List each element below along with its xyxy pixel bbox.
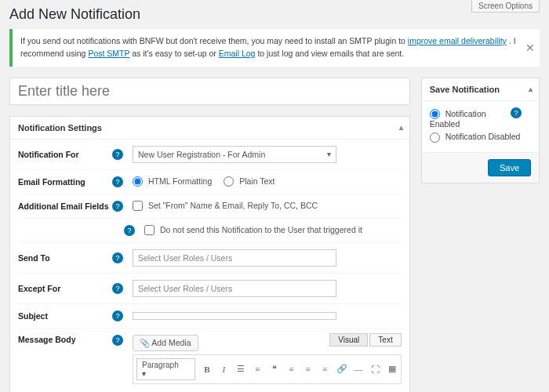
dismiss-icon[interactable]: ✕ [525, 39, 535, 56]
settings-heading-label: Notification Settings [18, 123, 102, 132]
subject-input[interactable] [133, 312, 336, 320]
save-button[interactable]: Save [488, 159, 531, 176]
radio-label: Notification Disabled [445, 132, 521, 141]
help-icon[interactable]: ? [112, 176, 123, 187]
email-log-link[interactable]: Email Log [219, 49, 256, 58]
add-media-button[interactable]: 📎 Add Media [133, 335, 198, 351]
radio-label: Plain Text [239, 176, 274, 186]
chevron-down-icon: ▾ [327, 150, 331, 158]
message-body-label: Message Body [18, 335, 112, 344]
fullscreen-icon[interactable]: ⛶ [367, 361, 384, 378]
help-icon[interactable]: ? [112, 252, 123, 263]
page-title: Add New Notification [9, 6, 540, 23]
paragraph-select[interactable]: Paragraph ▾ [136, 358, 195, 380]
editor-toolbar: Paragraph ▾ B I ☰ ≡ ❝ ≡ ≡ ≡ 🔗 — [133, 354, 402, 384]
additional-label: Additional Email Fields [18, 201, 112, 211]
notification-for-value: New User Registration - For Admin [138, 150, 265, 159]
formatting-label: Email Formatting [18, 177, 112, 187]
add-media-label: Add Media [151, 338, 191, 347]
notification-settings-box: Notification Settings ▴ Notification For… [9, 116, 410, 393]
notice-text: If you send out notifications with BNFW … [20, 36, 408, 45]
settings-heading: Notification Settings ▴ [10, 117, 409, 140]
radio-label: HTML Formatting [148, 176, 212, 186]
notice-text: to just log and view emails that are sen… [257, 49, 404, 58]
send-to-input[interactable]: Select User Roles / Users [133, 249, 336, 267]
kitchen-sink-icon[interactable]: ▦ [384, 361, 400, 378]
send-to-label: Send To [18, 253, 112, 263]
align-right-icon[interactable]: ≡ [316, 361, 333, 378]
help-icon[interactable]: ? [511, 107, 522, 118]
notice-text: as it's easy to set-up or [132, 49, 219, 58]
format-plain-radio[interactable]: Plain Text [224, 176, 274, 186]
save-notification-box: Save Notification ▴ ? Notification Enabl… [421, 78, 540, 183]
save-notification-heading: Save Notification ▴ [422, 78, 539, 101]
bullet-list-icon[interactable]: ☰ [232, 361, 249, 378]
help-icon[interactable]: ? [112, 201, 123, 212]
visual-tab[interactable]: Visual [329, 333, 368, 347]
quote-icon[interactable]: ❝ [266, 361, 282, 378]
except-for-input[interactable]: Select User Roles / Users [133, 280, 336, 297]
post-smtp-link[interactable]: Post SMTP [88, 49, 129, 58]
notification-for-label: Notification For [18, 150, 112, 159]
help-icon[interactable]: ? [112, 149, 123, 160]
link-icon[interactable]: 🔗 [333, 361, 350, 378]
help-icon[interactable]: ? [112, 283, 123, 294]
dont-send-check[interactable]: Do not send this Notification to the Use… [144, 225, 362, 234]
help-icon[interactable]: ? [112, 335, 123, 346]
italic-icon[interactable]: I [216, 361, 232, 378]
help-icon[interactable]: ? [124, 225, 135, 236]
paragraph-label: Paragraph [142, 361, 179, 369]
format-html-radio[interactable]: HTML Formatting [133, 176, 212, 186]
align-center-icon[interactable]: ≡ [300, 361, 316, 378]
except-for-label: Except For [18, 284, 112, 293]
smtp-notice: If you send out notifications with BNFW … [9, 29, 540, 67]
check-label: Do not send this Notification to the Use… [160, 225, 362, 234]
help-icon[interactable]: ? [112, 310, 123, 321]
save-heading-label: Save Notification [430, 85, 500, 94]
deliverability-link[interactable]: improve email deliverability [408, 36, 507, 45]
title-input[interactable] [9, 78, 410, 105]
notification-for-select[interactable]: New User Registration - For Admin ▾ [133, 146, 336, 163]
more-icon[interactable]: — [350, 361, 366, 378]
disabled-radio[interactable]: Notification Disabled [430, 130, 531, 144]
collapse-icon[interactable]: ▴ [529, 85, 533, 93]
screen-options-tab[interactable]: Screen Options [471, 0, 540, 13]
additional-fields-check[interactable]: Set "From" Name & Email, Reply To, CC, B… [133, 201, 318, 210]
check-label: Set "From" Name & Email, Reply To, CC, B… [148, 201, 318, 210]
number-list-icon[interactable]: ≡ [249, 361, 266, 378]
bold-icon[interactable]: B [198, 361, 215, 378]
collapse-icon[interactable]: ▴ [399, 123, 403, 132]
text-tab[interactable]: Text [369, 333, 401, 347]
subject-label: Subject [18, 311, 112, 321]
align-left-icon[interactable]: ≡ [283, 361, 300, 378]
